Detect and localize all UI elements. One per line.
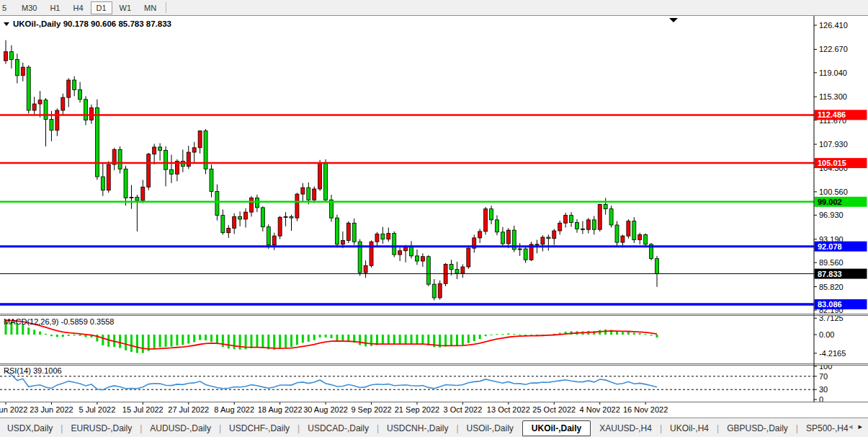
timeframe-button-H4[interactable]: H4 (67, 1, 89, 14)
candle-body (124, 169, 127, 198)
toolbar-separator (166, 2, 166, 13)
timeframe-button-H1[interactable]: H1 (44, 1, 66, 14)
candle-body (564, 216, 568, 224)
macd-histogram-bar (250, 335, 252, 348)
candle-body (32, 104, 36, 110)
tabs-scroll-left-icon[interactable]: ◂ (846, 422, 856, 431)
candle-body (346, 223, 350, 240)
candle-body (221, 216, 225, 233)
macd-histogram-bar (645, 334, 647, 335)
candle-body (61, 97, 65, 110)
macd-histogram-bar (102, 335, 104, 345)
candle-body (278, 217, 282, 236)
macd-histogram-bar (285, 335, 287, 348)
macd-histogram-bar (153, 335, 156, 349)
timeframe-button-D1[interactable]: D1 (91, 1, 112, 14)
candle-body (135, 198, 139, 200)
tab-usdchf-daily[interactable]: USDCHF-,Daily (222, 421, 297, 436)
macd-histogram-bar (50, 335, 53, 336)
date-label: 25 Oct 2022 (532, 405, 576, 414)
candle-body (67, 80, 71, 97)
tab-ukoil-daily[interactable]: UKOil-,Daily (522, 420, 591, 436)
macd-histogram-bar (56, 335, 58, 337)
macd-histogram-bar (119, 335, 121, 348)
tab-ukoil-h4[interactable]: UKOil-,H4 (663, 421, 716, 436)
macd-histogram-bar (393, 335, 395, 344)
candle-body (375, 234, 379, 242)
candle-body (632, 221, 636, 240)
tab-nav: ◂▸ (846, 422, 865, 431)
candle-body (609, 209, 613, 225)
rsi-tick-label: 30 (819, 385, 828, 394)
price-tick-label: 119.040 (819, 69, 847, 77)
timeframe-button-M30[interactable]: M30 (16, 1, 42, 14)
macd-histogram-bar (336, 335, 338, 340)
chart-canvas[interactable]: UKOil-,Daily 90.178 90.606 85.783 87.833… (0, 16, 868, 417)
macd-histogram-bar (79, 335, 81, 336)
macd-histogram-bar (411, 335, 413, 344)
candle-body (393, 234, 396, 255)
candle-body (313, 189, 316, 200)
macd-histogram-bar (462, 335, 464, 345)
candle-body (89, 107, 93, 120)
candle-body (506, 230, 510, 244)
macd-histogram-bar (627, 332, 630, 335)
macd-histogram-bar (27, 327, 30, 335)
tab-eurusd-daily[interactable]: EURUSD-,Daily (63, 421, 139, 436)
chart-title-ohlc: UKOil-,Daily 90.178 90.606 85.783 87.833 (13, 19, 171, 28)
macd-histogram-bar (302, 335, 304, 343)
chart-background (0, 16, 868, 417)
tab-xauusd-h4[interactable]: XAUUSD-,H4 (592, 421, 659, 436)
macd-histogram-bar (222, 335, 224, 347)
macd-histogram-bar (279, 335, 281, 349)
candle-body (238, 216, 242, 219)
macd-histogram-bar (501, 334, 504, 335)
tab-usdcad-daily[interactable]: USDCAD-,Daily (300, 421, 376, 436)
price-line-label: 87.833 (818, 270, 842, 278)
candle-body (227, 228, 231, 232)
candle-body (490, 209, 493, 220)
price-line-label: 112.486 (818, 110, 846, 119)
macd-histogram-bar (467, 335, 470, 343)
macd-histogram-bar (650, 335, 653, 335)
candle-body (598, 204, 601, 229)
macd-histogram-bar (33, 330, 35, 335)
trading-terminal-window: 5M30H1H4D1W1MN UKOil-,Daily 90.178 90.60… (0, 0, 868, 437)
tab-usdx-daily[interactable]: USDX,Daily (0, 421, 60, 436)
candle-body (187, 152, 190, 167)
macd-histogram-bar (182, 335, 184, 345)
timeframe-button-5[interactable]: 5 (1, 1, 14, 14)
tab-gbpusd-daily[interactable]: GBPUSD-,Daily (720, 421, 795, 436)
macd-tick-label: -4.2165 (819, 349, 846, 358)
macd-histogram-bar (450, 335, 452, 346)
candle-body (261, 208, 264, 227)
macd-histogram-bar (261, 335, 264, 348)
candle-body (352, 223, 356, 242)
date-label: 30 Aug 2022 (303, 405, 348, 414)
macd-histogram-bar (507, 333, 509, 335)
macd-histogram-bar (519, 335, 521, 335)
candle-body (644, 234, 648, 244)
tab-usoil-daily[interactable]: USOil-,Daily (460, 421, 521, 436)
candle-body (501, 232, 504, 244)
candle-body (364, 265, 367, 273)
macd-histogram-bar (479, 335, 481, 339)
price-tick-label: 89.560 (819, 258, 844, 267)
date-label: 16 Nov 2022 (623, 405, 668, 414)
candle-body (118, 149, 122, 169)
tabs-scroll-right-icon[interactable]: ▸ (855, 422, 865, 431)
candle-body (415, 256, 419, 261)
macd-histogram-bar (633, 332, 635, 335)
candle-body (604, 204, 607, 208)
timeframe-button-MN[interactable]: MN (138, 1, 162, 14)
macd-histogram-bar (456, 335, 458, 345)
candle-body (192, 148, 196, 152)
candle-body (478, 231, 482, 238)
tab-audusd-daily[interactable]: AUDUSD-,Daily (143, 421, 218, 436)
timeframe-button-W1[interactable]: W1 (114, 1, 138, 14)
candle-body (290, 216, 293, 218)
candle-body (50, 120, 53, 131)
macd-histogram-bar (205, 335, 207, 340)
tab-usdcnh-daily[interactable]: USDCNH-,Daily (380, 421, 455, 436)
macd-histogram-bar (199, 335, 201, 340)
